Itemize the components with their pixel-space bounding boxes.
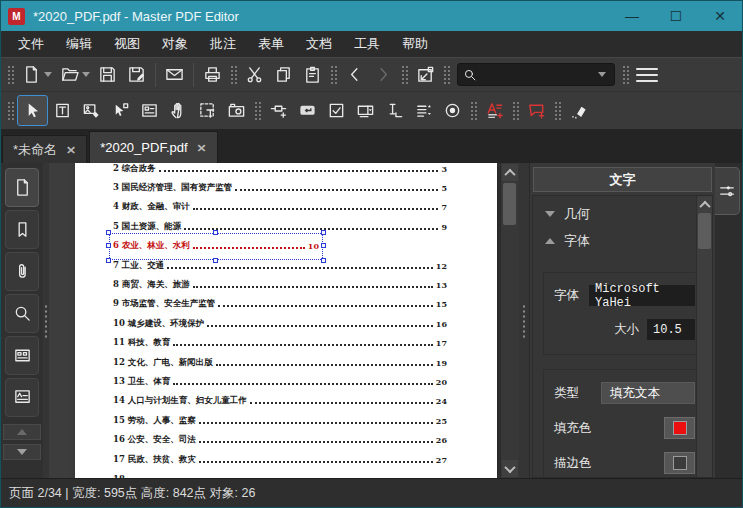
- save-as-button[interactable]: [122, 61, 151, 88]
- menu-item[interactable]: 对象: [151, 31, 199, 57]
- save-button[interactable]: [93, 61, 122, 88]
- toc-line[interactable]: 9 市场监管、安全生产监管 15: [113, 295, 447, 314]
- tab-2020-pdf[interactable]: *2020_PDF.pdf ✕: [89, 131, 218, 163]
- back-button[interactable]: [340, 61, 369, 88]
- form-fields-panel-button[interactable]: [5, 336, 39, 375]
- toolbar-grip[interactable]: [254, 100, 261, 122]
- toc-line[interactable]: 3 国民经济管理、国有资产监管 5: [113, 178, 447, 197]
- toolbar-grip[interactable]: [230, 64, 237, 86]
- select-text-area-tool[interactable]: [193, 97, 222, 124]
- stroke-color-button[interactable]: [664, 452, 695, 474]
- scroll-up-button[interactable]: [698, 197, 711, 212]
- toolbar-grip[interactable]: [7, 100, 14, 122]
- toolbar-grip[interactable]: [330, 64, 337, 86]
- menu-item[interactable]: 帮助: [391, 31, 439, 57]
- scroll-up-button[interactable]: [502, 164, 518, 181]
- eraser-tool[interactable]: [564, 97, 593, 124]
- zoom-to-selection-button[interactable]: [411, 61, 440, 88]
- pdf-page[interactable]: 2 综合政务 3 3 国民经济管理、国有资产监管 5: [75, 163, 497, 478]
- text-field-tool[interactable]: [380, 97, 409, 124]
- toc-line[interactable]: 4 财政、金融、审计 7: [113, 198, 447, 217]
- toc-line[interactable]: 17 民政、扶贫、救灾 27: [113, 450, 447, 469]
- add-link-tool[interactable]: [264, 97, 293, 124]
- font-family-field[interactable]: Microsoft YaHei: [589, 285, 695, 306]
- toc-line[interactable]: 15 劳动、人事、监察 25: [113, 411, 447, 430]
- attachments-panel-button[interactable]: [5, 252, 39, 291]
- add-text-annotation-tool[interactable]: [480, 97, 509, 124]
- edit-image-tool[interactable]: [77, 97, 106, 124]
- toc-line[interactable]: 14 人口与计划生育、妇女儿童工作 24: [113, 392, 447, 411]
- toc-line[interactable]: 8 商贸、海关、旅游 13: [113, 275, 447, 294]
- document-scrollbar[interactable]: [500, 163, 519, 478]
- document-view[interactable]: 2 综合政务 3 3 国民经济管理、国有资产监管 5: [49, 163, 519, 478]
- menu-item[interactable]: 视图: [103, 31, 151, 57]
- print-button[interactable]: [198, 61, 227, 88]
- listbox-field-tool[interactable]: [409, 97, 438, 124]
- edit-forms-tool[interactable]: [135, 97, 164, 124]
- toolbar-grip[interactable]: [622, 64, 629, 86]
- panel-splitter[interactable]: [519, 163, 529, 478]
- hand-tool[interactable]: [164, 97, 193, 124]
- toc-line[interactable]: 12 文化、广电、新闻出版 19: [113, 353, 447, 372]
- paste-button[interactable]: [298, 61, 327, 88]
- open-file-dropdown-icon[interactable]: [82, 72, 90, 77]
- search-input[interactable]: [477, 67, 600, 83]
- scrollbar-thumb[interactable]: [698, 213, 711, 249]
- geometry-section-header[interactable]: 几何: [533, 196, 695, 223]
- toolbar-grip[interactable]: [470, 100, 477, 122]
- toolbar-grip[interactable]: [401, 64, 408, 86]
- edit-path-tool[interactable]: [106, 97, 135, 124]
- menu-item[interactable]: 批注: [199, 31, 247, 57]
- toolbar-grip[interactable]: [7, 64, 14, 86]
- toc-line[interactable]: 11 科技、教育 17: [113, 334, 447, 353]
- toc-line[interactable]: 2 综合政务 3: [113, 163, 447, 178]
- sidebar-scroll-up-button[interactable]: [3, 424, 41, 440]
- type-dropdown[interactable]: 填充文本: [601, 382, 695, 404]
- menu-item[interactable]: 文件: [7, 31, 55, 57]
- page-thumbnails-panel-button[interactable]: [5, 168, 39, 207]
- email-button[interactable]: [160, 61, 189, 88]
- bookmarks-panel-button[interactable]: [5, 210, 39, 249]
- toc-line[interactable]: 7 工业、交通 12: [113, 256, 447, 275]
- font-size-field[interactable]: 10.5: [647, 319, 695, 340]
- fill-color-button[interactable]: [664, 417, 695, 439]
- menu-item[interactable]: 编辑: [55, 31, 103, 57]
- search-dropdown-icon[interactable]: [598, 72, 606, 77]
- radio-button-field-tool[interactable]: [438, 97, 467, 124]
- toc-line[interactable]: 6 农业、林业、水利 10: [113, 237, 319, 256]
- maximize-button[interactable]: ☐: [654, 1, 698, 31]
- toc-line[interactable]: 18: [113, 469, 447, 478]
- push-button-field-tool[interactable]: [293, 97, 322, 124]
- panel-scrollbar[interactable]: [696, 196, 712, 477]
- search-panel-button[interactable]: [5, 294, 39, 333]
- tab-close-icon[interactable]: ✕: [197, 141, 207, 154]
- edit-text-tool[interactable]: [48, 97, 77, 124]
- select-tool[interactable]: [17, 95, 48, 126]
- tab-close-icon[interactable]: ✕: [66, 143, 76, 156]
- minimize-button[interactable]: —: [610, 1, 654, 31]
- add-sticky-note-tool[interactable]: [522, 97, 551, 124]
- overflow-menu-button[interactable]: [632, 61, 661, 88]
- toolbar-grip[interactable]: [554, 100, 561, 122]
- scrollbar-thumb[interactable]: [503, 183, 516, 225]
- tab-untitled[interactable]: *未命名 ✕: [2, 135, 87, 163]
- menu-item[interactable]: 表单: [247, 31, 295, 57]
- cut-button[interactable]: [240, 61, 269, 88]
- toc-line[interactable]: 13 卫生、体育 20: [113, 372, 447, 391]
- toc-line[interactable]: 10 城乡建设、环境保护 16: [113, 314, 447, 333]
- combobox-field-tool[interactable]: [351, 97, 380, 124]
- checkbox-field-tool[interactable]: [322, 97, 351, 124]
- toc-line[interactable]: 5 国土资源、能源 9: [113, 217, 447, 236]
- close-button[interactable]: ✕: [698, 1, 742, 31]
- font-section-header[interactable]: 字体: [533, 223, 695, 250]
- copy-button[interactable]: [269, 61, 298, 88]
- snapshot-tool[interactable]: [222, 97, 251, 124]
- new-document-dropdown-icon[interactable]: [44, 72, 52, 77]
- sidebar-scroll-down-button[interactable]: [3, 444, 41, 460]
- toc-line[interactable]: 16 公安、安全、司法 26: [113, 430, 447, 449]
- search-box[interactable]: [457, 63, 615, 86]
- toolbar-grip[interactable]: [443, 64, 450, 86]
- open-file-button[interactable]: [55, 61, 84, 88]
- toolbar-grip[interactable]: [512, 100, 519, 122]
- menu-item[interactable]: 工具: [343, 31, 391, 57]
